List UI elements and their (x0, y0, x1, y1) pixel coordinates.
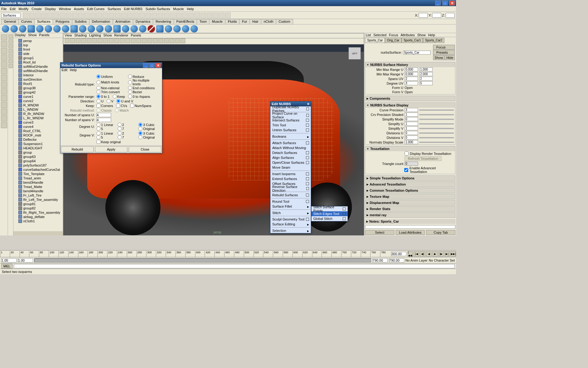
close-button[interactable]: Close (129, 146, 161, 152)
menu-edit-curves[interactable]: Edit Curves (87, 7, 104, 11)
charset-combo[interactable]: No Character Set (429, 259, 455, 262)
option-box-icon[interactable] (306, 114, 309, 117)
notes-area[interactable] (365, 225, 455, 229)
toolbar-button[interactable] (109, 13, 114, 18)
outliner-item[interactable]: softMod1Handle (14, 64, 62, 69)
toolbar-button[interactable] (164, 13, 169, 18)
menu-subdiv-surfaces[interactable]: Subdiv Surfaces (145, 7, 170, 11)
option-box-icon[interactable] (306, 119, 309, 122)
viewport-icon[interactable] (136, 38, 141, 43)
outliner-item[interactable]: curve5attachedCurve2at (14, 167, 62, 172)
load-attributes-button[interactable]: Load Attributes (396, 230, 425, 235)
toolbar-button[interactable] (96, 13, 102, 18)
time-slider[interactable]: 1204060801001201401601802002202402602803… (0, 250, 456, 257)
shelf-tab-dynamics[interactable]: Dynamics (133, 19, 153, 24)
section-header[interactable]: Advanced Tessellation (365, 182, 455, 187)
tool-button[interactable] (1, 41, 7, 47)
menu-item[interactable]: Selection (270, 228, 311, 233)
focus-button[interactable]: Focus (433, 45, 455, 50)
menu-item[interactable]: Round Tool (270, 199, 311, 204)
option-box-icon[interactable] (306, 194, 309, 197)
shelf-tab-fluids[interactable]: Fluids (225, 19, 239, 24)
viewport-icon[interactable] (98, 38, 103, 43)
menu-modify[interactable]: Modify (19, 7, 28, 11)
menu-item[interactable]: Rebuild Surfaces (270, 193, 311, 197)
shelf-tab-muscle[interactable]: Muscle (209, 19, 225, 24)
menu-item[interactable]: Sculpt Geometry Tool (270, 217, 311, 222)
section-header[interactable]: Displacement Map (365, 200, 455, 205)
section-header[interactable]: Render Stats (365, 206, 455, 211)
step-back-button[interactable]: ◀| (420, 251, 425, 257)
option-box-icon[interactable] (306, 182, 309, 185)
outliner-item[interactable]: group81 (14, 202, 62, 206)
toolbar-button[interactable] (133, 13, 139, 18)
step-back-key-button[interactable]: |◀ (414, 251, 419, 257)
toolbar-button[interactable] (47, 13, 53, 18)
outliner-item[interactable]: Roof1 (14, 82, 62, 86)
tool-button[interactable] (1, 95, 7, 101)
outliner-item[interactable]: L_Rr_WNDW (14, 116, 62, 120)
menu-item[interactable]: Align Surfaces (270, 155, 311, 160)
toolbar-button[interactable] (78, 13, 84, 18)
shelf-icon[interactable] (173, 25, 181, 33)
outliner-item[interactable]: softMod2Handle (14, 69, 62, 73)
popup-close-icon[interactable]: ✕ (307, 102, 310, 106)
toolbar-button[interactable] (84, 13, 90, 18)
menu-item[interactable]: Project Curve on Surface (270, 113, 311, 118)
anim-end-input[interactable] (389, 258, 404, 263)
shelf-icon[interactable] (10, 25, 18, 33)
outliner-item[interactable]: Tread_anim (14, 176, 62, 180)
outliner-item[interactable]: front (14, 47, 62, 52)
viewport-icon[interactable] (120, 38, 125, 43)
menu-item[interactable]: Insert Isoparms (270, 171, 311, 176)
toolbar-button[interactable] (103, 13, 108, 18)
menu-item[interactable]: Attach Surfaces (270, 140, 311, 145)
notes-section[interactable]: Notes: Sports_Car (365, 219, 455, 224)
shelf-icon[interactable] (182, 25, 189, 33)
toolbar-button[interactable] (66, 13, 71, 18)
toolbar-button[interactable] (219, 13, 224, 18)
layout-button[interactable] (9, 49, 13, 53)
module-selector[interactable]: Surfaces (1, 13, 21, 18)
toolbar-button[interactable] (194, 13, 200, 18)
outliner-item[interactable]: Rr_Right_Tire_assembly (14, 210, 62, 215)
viewport-icon[interactable] (180, 38, 185, 43)
toolbar-button[interactable] (139, 13, 145, 18)
shelf-tab-subdivs[interactable]: Subdivs (72, 19, 89, 24)
outliner-item[interactable]: side (14, 52, 62, 56)
outliner-item[interactable]: top (14, 43, 62, 47)
shelf-icon[interactable] (70, 25, 78, 33)
outliner-item[interactable]: group (14, 150, 62, 155)
shelf-tab-rendering[interactable]: Rendering (153, 19, 174, 24)
shelf-icon[interactable] (113, 25, 121, 33)
menu-item[interactable]: Detach Surfaces (270, 150, 311, 155)
presets-button[interactable]: Presets (433, 50, 455, 55)
toolbar-button[interactable] (72, 13, 77, 18)
menu-item[interactable]: Attach Without Moving (270, 145, 311, 150)
spans-v-input[interactable] (96, 118, 111, 122)
option-box-icon[interactable] (306, 187, 309, 190)
section-header[interactable]: Texture Map (365, 194, 455, 199)
anim-start-input[interactable] (1, 258, 17, 263)
shelf-icon[interactable] (165, 25, 172, 33)
goto-end-button[interactable]: ▶▶| (450, 251, 456, 257)
dialog-titlebar[interactable]: Rebuild Surface Options _□✕ (60, 63, 162, 68)
viewport-icon[interactable] (92, 38, 97, 43)
outliner-item[interactable]: polySurface187 (14, 163, 62, 167)
outliner-item[interactable]: group82 (14, 206, 62, 210)
menu-file[interactable]: File (1, 7, 7, 11)
shelf-tab-animation[interactable]: Animation (113, 19, 133, 24)
viewport-icon[interactable] (164, 38, 169, 43)
shelf-icon[interactable] (139, 25, 146, 33)
node-name-input[interactable] (403, 51, 431, 55)
toolbar-button[interactable] (90, 13, 96, 18)
current-frame-input[interactable] (391, 252, 406, 256)
toolbar-button[interactable] (152, 13, 157, 18)
option-box-icon[interactable] (306, 141, 309, 144)
viewport-icon[interactable] (125, 38, 130, 43)
tool-button[interactable] (1, 48, 7, 54)
menu-assets[interactable]: Assets (74, 7, 84, 11)
viewport-icon[interactable] (76, 38, 81, 43)
shelf-icon[interactable] (36, 25, 43, 33)
shelf-icon[interactable] (19, 25, 26, 33)
